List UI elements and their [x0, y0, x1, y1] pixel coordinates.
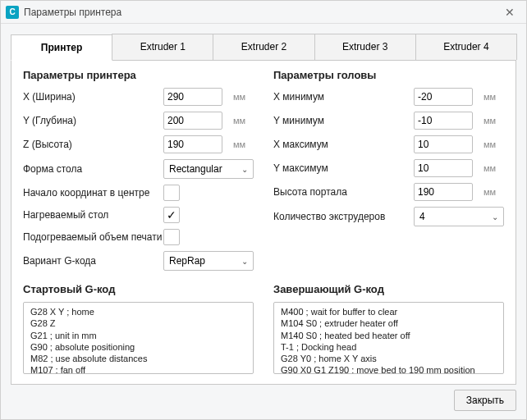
head-params-column: Параметры головы X минимум мм Y минимум — [273, 69, 504, 276]
tab-panel-printer: Параметры принтера X (Ширина) мм Y (Глуб… — [11, 61, 516, 385]
tab-label: Extruder 2 — [241, 41, 286, 52]
x-max-unit: мм — [473, 139, 497, 149]
heated-volume-label: Подогреваемый объем печати — [23, 231, 163, 243]
chevron-down-icon: ⌄ — [241, 165, 248, 174]
y-min-label: Y минимум — [273, 115, 414, 126]
z-height-unit: мм — [222, 139, 247, 149]
tabs-container: Принтер Extruder 1 Extruder 2 Extruder 3… — [11, 34, 516, 385]
heated-bed-label: Нагреваемый стол — [23, 209, 163, 221]
x-min-input[interactable] — [414, 88, 473, 106]
tab-extruder-3[interactable]: Extruder 3 — [314, 34, 416, 60]
extruder-count-label: Количество экструдеров — [273, 211, 414, 222]
y-max-label: Y максимум — [273, 162, 414, 174]
end-gcode-column: Завершающий G-код M400 ; wait for buffer… — [273, 283, 504, 374]
tab-label: Принтер — [41, 42, 82, 53]
y-max-input[interactable] — [414, 159, 473, 177]
printer-params-title: Параметры принтера — [23, 69, 254, 81]
tabs: Принтер Extruder 1 Extruder 2 Extruder 3… — [11, 34, 516, 61]
tab-label: Extruder 1 — [140, 41, 186, 52]
build-plate-shape-value: Rectangular — [169, 163, 222, 175]
x-min-unit: мм — [473, 92, 497, 102]
origin-center-label: Начало координат в центре — [23, 187, 163, 199]
x-max-label: X максимум — [273, 139, 414, 150]
x-width-input[interactable] — [163, 88, 222, 106]
titlebar: C Параметры принтера ✕ — [1, 1, 526, 24]
tab-printer[interactable]: Принтер — [11, 34, 112, 61]
extruder-count-select[interactable]: 4 ⌄ — [414, 207, 504, 226]
tab-label: Extruder 3 — [342, 41, 387, 52]
footer: Закрыть — [1, 385, 526, 419]
content-area: Принтер Extruder 1 Extruder 2 Extruder 3… — [1, 24, 526, 385]
gcode-flavor-select[interactable]: RepRap ⌄ — [163, 251, 254, 271]
x-width-unit: мм — [222, 92, 247, 102]
chevron-down-icon: ⌄ — [241, 257, 248, 266]
app-logo-icon: C — [6, 6, 19, 19]
y-depth-input[interactable] — [163, 112, 222, 130]
close-button[interactable]: Закрыть — [454, 390, 516, 411]
origin-center-checkbox[interactable] — [163, 185, 180, 201]
gcode-flavor-value: RepRap — [169, 255, 205, 267]
gantry-height-unit: мм — [473, 187, 497, 197]
end-gcode-title: Завершающий G-код — [273, 283, 504, 295]
gcode-flavor-label: Вариант G-кода — [23, 255, 163, 267]
y-depth-unit: мм — [222, 116, 247, 126]
build-plate-shape-label: Форма стола — [23, 163, 163, 175]
z-height-label: Z (Высота) — [23, 139, 163, 150]
start-gcode-textarea[interactable]: G28 X Y ; home G28 Z G21 ; unit in mm G9… — [23, 302, 254, 374]
printer-params-column: Параметры принтера X (Ширина) мм Y (Глуб… — [23, 69, 254, 276]
gantry-height-label: Высота портала — [273, 186, 414, 198]
window-title: Параметры принтера — [24, 7, 498, 18]
x-min-label: X минимум — [273, 91, 414, 103]
start-gcode-column: Стартовый G-код G28 X Y ; home G28 Z G21… — [23, 283, 254, 374]
y-min-input[interactable] — [414, 112, 473, 130]
y-depth-label: Y (Глубина) — [23, 115, 163, 126]
printer-settings-window: C Параметры принтера ✕ Принтер Extruder … — [0, 0, 527, 420]
tab-label: Extruder 4 — [443, 41, 488, 52]
x-max-input[interactable] — [414, 135, 473, 153]
start-gcode-title: Стартовый G-код — [23, 283, 254, 295]
z-height-input[interactable] — [163, 135, 222, 153]
tab-extruder-1[interactable]: Extruder 1 — [112, 34, 213, 60]
y-min-unit: мм — [473, 116, 497, 126]
gantry-height-input[interactable] — [414, 183, 473, 201]
y-max-unit: мм — [473, 163, 497, 173]
tab-extruder-2[interactable]: Extruder 2 — [213, 34, 314, 60]
chevron-down-icon: ⌄ — [492, 212, 498, 221]
build-plate-shape-select[interactable]: Rectangular ⌄ — [163, 159, 254, 179]
end-gcode-textarea[interactable]: M400 ; wait for buffer to clear M104 S0 … — [273, 302, 504, 374]
heated-volume-checkbox[interactable] — [163, 229, 180, 245]
heated-bed-checkbox[interactable]: ✓ — [163, 207, 180, 223]
extruder-count-value: 4 — [419, 211, 425, 222]
head-params-title: Параметры головы — [273, 69, 504, 81]
tab-extruder-4[interactable]: Extruder 4 — [415, 34, 517, 60]
window-close-button[interactable]: ✕ — [498, 6, 521, 19]
x-width-label: X (Ширина) — [23, 91, 163, 103]
